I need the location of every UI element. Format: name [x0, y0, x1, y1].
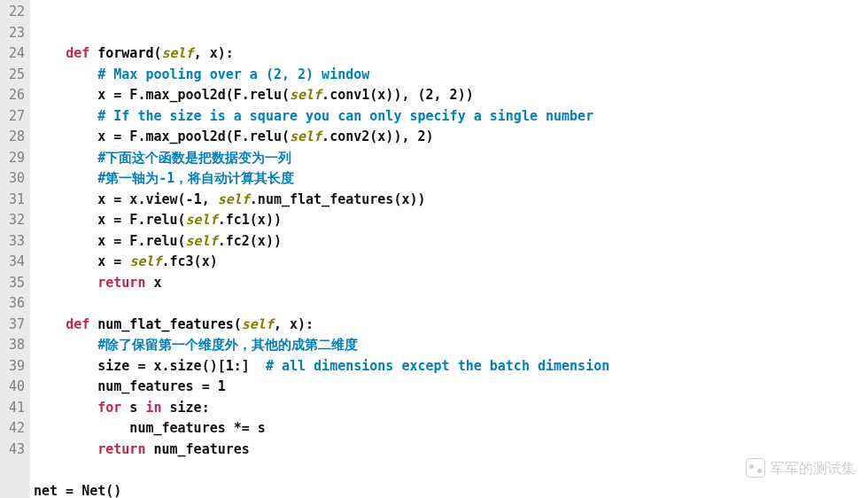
code-line[interactable]: num_features = 1: [34, 377, 868, 398]
code-line[interactable]: x = F.relu(self.fc1(x)): [34, 210, 868, 231]
wechat-icon: [746, 458, 765, 478]
line-number: 38: [2, 335, 25, 356]
line-number: 30: [2, 168, 25, 190]
line-number: 37: [2, 315, 25, 336]
code-line[interactable]: [34, 460, 868, 481]
code-area[interactable]: def forward(self, x): # Max pooling over…: [30, 0, 868, 498]
line-number: 26: [2, 85, 25, 106]
code-line[interactable]: x = x.view(-1, self.num_flat_features(x)…: [34, 190, 868, 211]
line-number: 35: [2, 273, 25, 294]
line-number: 39: [2, 356, 25, 377]
code-line[interactable]: # Max pooling over a (2, 2) window: [34, 65, 868, 86]
code-editor: 2223242526272829303132333435363738394041…: [0, 0, 868, 498]
line-number: 27: [2, 106, 25, 128]
line-number: 34: [2, 252, 25, 273]
code-line[interactable]: #下面这个函数是把数据变为一列: [34, 148, 868, 169]
code-line[interactable]: num_features *= s: [34, 418, 868, 440]
line-number: 43: [2, 440, 25, 461]
line-number: 22: [2, 2, 25, 23]
code-line[interactable]: x = self.fc3(x): [34, 252, 868, 273]
code-line[interactable]: x = F.max_pool2d(F.relu(self.conv2(x)), …: [34, 127, 868, 148]
code-line[interactable]: return num_features: [34, 440, 868, 461]
line-number: 31: [2, 190, 25, 211]
line-number: 32: [2, 210, 25, 231]
code-line[interactable]: [34, 293, 868, 315]
code-line[interactable]: # If the size is a square you can only s…: [34, 106, 868, 128]
code-line[interactable]: #除了保留第一个维度外，其他的成第二维度: [34, 335, 868, 356]
watermark: 军军的测试集: [746, 458, 856, 479]
line-number-gutter: 2223242526272829303132333435363738394041…: [0, 0, 30, 498]
line-number: 28: [2, 127, 25, 148]
code-line[interactable]: for s in size:: [34, 398, 868, 419]
line-number: 29: [2, 148, 25, 169]
code-line[interactable]: x = F.max_pool2d(F.relu(self.conv1(x)), …: [34, 85, 868, 106]
line-number: 41: [2, 398, 25, 419]
line-number: [2, 460, 25, 481]
code-line[interactable]: net = Net(): [34, 481, 868, 499]
line-number: 25: [2, 65, 25, 86]
line-number: 36: [2, 293, 25, 315]
code-line[interactable]: size = x.size()[1:] # all dimensions exc…: [34, 356, 868, 377]
code-line[interactable]: #第一轴为-1，将自动计算其长度: [34, 168, 868, 190]
line-number: 33: [2, 231, 25, 253]
line-number: 24: [2, 43, 25, 65]
code-line[interactable]: x = F.relu(self.fc2(x)): [34, 231, 868, 253]
code-line[interactable]: def num_flat_features(self, x):: [34, 315, 868, 336]
line-number: 40: [2, 377, 25, 398]
code-line[interactable]: def forward(self, x):: [34, 43, 868, 65]
watermark-text: 军军的测试集: [771, 458, 856, 479]
line-number: 42: [2, 418, 25, 440]
line-number: 23: [2, 23, 25, 44]
code-line[interactable]: return x: [34, 273, 868, 294]
